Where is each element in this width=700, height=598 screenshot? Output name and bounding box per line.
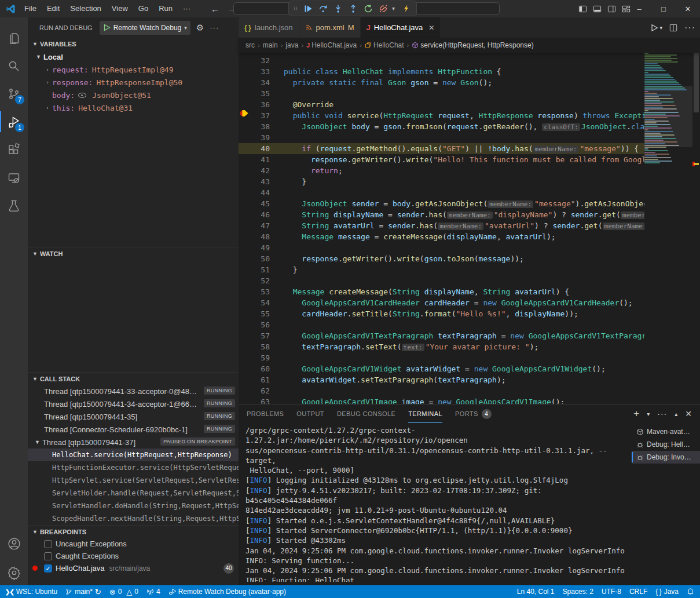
debug-step-into-button[interactable] <box>332 2 344 15</box>
code-line-55[interactable]: 55 cardHeader.setTitle(String.format("He… <box>239 308 644 319</box>
git-branch-indicator[interactable]: main* ↻ <box>61 585 105 598</box>
code-line-46[interactable]: 46 String displayName = sender.has(membe… <box>239 209 644 220</box>
run-java-button[interactable]: ▾ <box>650 24 662 32</box>
thread-row-paused[interactable]: ▼Thread [qtp1500079441-37]PAUSED ON BREA… <box>28 436 239 448</box>
tab-output[interactable]: OUTPUT <box>296 404 324 423</box>
code-line-47[interactable]: 47 String avatarUrl = sender.has(memberN… <box>239 220 644 231</box>
code-line-61[interactable]: 61 avatarWidget.setTextParagraph(textPar… <box>239 374 644 385</box>
debug-step-over-button[interactable] <box>317 2 329 15</box>
terminal-output[interactable]: /grpc/grpc-context/1.27.2/grpc-context-1… <box>245 425 635 582</box>
stack-frame-current[interactable]: HelloChat.service(HttpRequest,HttpRespon… <box>28 448 239 461</box>
minimap[interactable] <box>644 53 692 404</box>
code-line-53[interactable]: 53 Message createMessage(String displayN… <box>239 286 644 297</box>
problems-indicator[interactable]: ⊗ 0 △ 0 <box>105 585 142 598</box>
launch-config-dropdown[interactable]: Remote Watch Debug ▾ <box>100 21 190 35</box>
tab-hellochat-java[interactable]: J HelloChat.java ✕ <box>361 17 441 38</box>
debug-restart-button[interactable] <box>362 2 375 15</box>
breakpoints-header[interactable]: ▼BREAKPOINTS <box>28 525 239 538</box>
panel-more-actions-icon[interactable]: ··· <box>657 409 667 418</box>
stack-frame[interactable]: HttpFunctionExecutor.service(HttpServlet… <box>28 461 239 474</box>
thread-row[interactable]: Thread [qtp1500079441-33-acceptor-0@48…R… <box>28 385 239 398</box>
debug-continue-button[interactable] <box>302 2 314 15</box>
tab-ports[interactable]: PORTS 4 <box>455 404 492 423</box>
debug-toolbar-dropdown-icon[interactable]: ▾ <box>392 5 398 12</box>
indentation[interactable]: Spaces: 2 <box>559 585 598 598</box>
editor-scrollbar[interactable] <box>692 53 700 404</box>
paused-breakpoint-arrow-icon[interactable] <box>240 109 249 118</box>
variable-this[interactable]: ›this:HelloChat@31 <box>28 101 239 114</box>
code-line-52[interactable]: 52 <box>239 275 644 286</box>
code-line-35[interactable]: 35 <box>239 88 644 99</box>
menu-more[interactable]: ··· <box>178 0 196 17</box>
stack-frame[interactable]: ScopedHandler.nextHandle(String,Request,… <box>28 512 239 525</box>
new-terminal-icon[interactable]: + <box>633 408 639 420</box>
maximize-panel-icon[interactable]: ▴ <box>675 411 677 417</box>
checkbox-unchecked[interactable] <box>44 540 52 548</box>
menu-edit[interactable]: Edit <box>42 0 65 17</box>
toggle-sidebar-icon[interactable] <box>578 5 587 13</box>
breakpoint-caught-exceptions[interactable]: Caught Exceptions <box>28 550 239 562</box>
encoding[interactable]: UTF-8 <box>598 585 625 598</box>
code-line-33[interactable]: 33public class HelloChat implements Http… <box>239 66 644 77</box>
code-line-62[interactable]: 62 <box>239 385 644 396</box>
code-editor[interactable]: 3233public class HelloChat implements Ht… <box>239 53 644 404</box>
code-line-56[interactable]: 56 <box>239 319 644 330</box>
nav-back-icon[interactable]: ← <box>211 4 219 14</box>
close-panel-icon[interactable]: ✕ <box>685 409 692 418</box>
code-line-36[interactable]: 36 @Override <box>239 99 644 110</box>
menu-file[interactable]: File <box>19 0 42 17</box>
breadcrumb-method[interactable]: service(HttpRequest, HttpResponse) <box>420 41 533 49</box>
code-line-51[interactable]: 51 } <box>239 264 644 275</box>
code-line-34[interactable]: 34 private static final Gson gson = new … <box>239 77 644 88</box>
breadcrumb-file[interactable]: HelloChat.java <box>311 41 357 49</box>
stack-frame[interactable]: ServletHandler.doHandle(String,Request,H… <box>28 499 239 512</box>
debug-disconnect-button[interactable] <box>377 2 390 15</box>
terminal-dropdown-icon[interactable]: ▾ <box>647 411 650 417</box>
variable-body[interactable]: body:JsonObject@51 <box>28 89 239 101</box>
code-line-49[interactable]: 49 <box>239 242 644 253</box>
stack-frame[interactable]: HttpServlet.service(ServletRequest,Servl… <box>28 474 239 487</box>
terminal-item-debug-invoker[interactable]: Debug: Invo… <box>632 451 700 464</box>
eol-sequence[interactable]: CRLF <box>625 585 651 598</box>
tab-terminal[interactable]: TERMINAL <box>408 404 442 423</box>
checkbox-unchecked[interactable] <box>44 552 52 560</box>
settings-gear-icon[interactable] <box>0 559 28 586</box>
run-and-debug-icon[interactable]: 1 <box>0 108 28 136</box>
sidebar-more-actions-icon[interactable]: ··· <box>210 23 219 32</box>
breadcrumb-class[interactable]: HelloChat <box>373 41 404 49</box>
breakpoint-hellochat[interactable]: ✓ HelloChat.java src/main/java 40 <box>28 562 239 574</box>
menu-selection[interactable]: Selection <box>65 0 106 17</box>
code-line-42[interactable]: 42 return; <box>239 165 644 176</box>
source-control-icon[interactable]: 7 <box>0 80 28 108</box>
terminal-item-debug-hello[interactable]: Debug: Hell… <box>632 438 700 451</box>
code-line-50[interactable]: 50 response.getWriter().write(gson.toJso… <box>239 253 644 264</box>
editor-more-actions-icon[interactable]: ··· <box>684 23 695 33</box>
code-line-32[interactable]: 32 <box>239 55 644 66</box>
breadcrumb-src[interactable]: src <box>245 41 255 49</box>
code-line-40[interactable]: 40 if (request.getMethod().equals("GET")… <box>239 143 644 154</box>
scope-local[interactable]: ▼Local <box>28 50 239 63</box>
account-icon[interactable] <box>0 530 28 557</box>
code-line-54[interactable]: 54 GoogleAppsCardV1CardHeader cardHeader… <box>239 297 644 308</box>
breadcrumb-java[interactable]: java <box>285 41 298 49</box>
debug-settings-gear-icon[interactable]: ⚙ <box>196 23 204 33</box>
language-mode[interactable]: { } Java <box>651 585 683 598</box>
thread-row[interactable]: Thread [qtp1500079441-35]RUNNING <box>28 410 239 423</box>
code-line-38[interactable]: 38 JsonObject body = gson.fromJson(reque… <box>239 121 644 132</box>
remote-explorer-icon[interactable] <box>0 164 28 192</box>
code-line-39[interactable]: 39 <box>239 132 644 143</box>
testing-icon[interactable] <box>0 192 28 220</box>
menu-run[interactable]: Run <box>153 0 178 17</box>
cursor-position[interactable]: Ln 40, Col 1 <box>513 585 559 598</box>
variable-response[interactable]: ›response:HttpResponseImpl@50 <box>28 76 239 89</box>
checkbox-checked[interactable]: ✓ <box>44 564 52 573</box>
explorer-icon[interactable] <box>0 24 28 52</box>
call-stack-header[interactable]: ▼CALL STACK <box>28 372 239 385</box>
drag-grip-icon[interactable]: ⁞⁞ <box>292 7 299 10</box>
notifications-bell-icon[interactable] <box>683 585 700 598</box>
code-line-37[interactable]: 37 public void service(HttpRequest reque… <box>239 110 644 121</box>
terminal-item-maven[interactable]: Maven-avat… <box>632 425 700 438</box>
hot-code-replace-button[interactable] <box>400 2 413 15</box>
code-line-44[interactable]: 44 <box>239 187 644 198</box>
scrollbar-slider[interactable] <box>694 53 699 112</box>
